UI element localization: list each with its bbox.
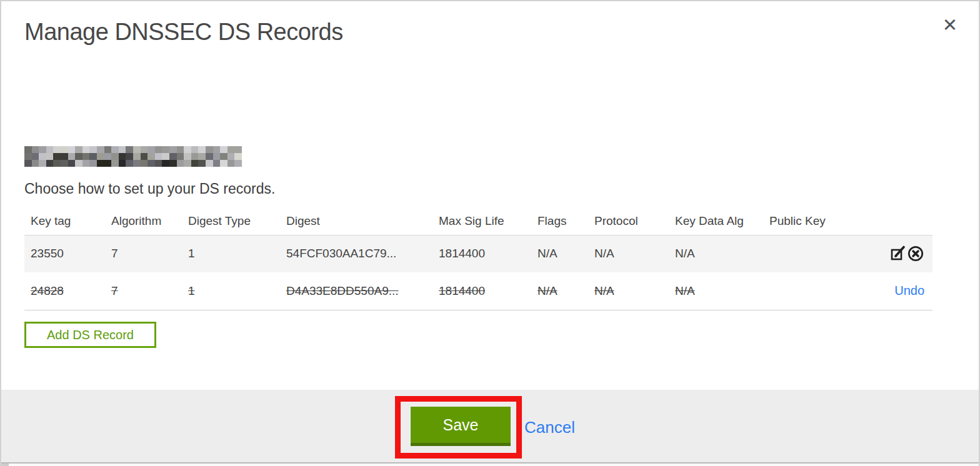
col-header-public-key: Public Key	[763, 207, 845, 235]
col-header-flags: Flags	[531, 207, 588, 235]
close-icon[interactable]: ✕	[938, 12, 962, 37]
cell-key-data-alg: N/A	[669, 272, 763, 310]
domain-name-redacted	[24, 146, 242, 167]
cell-protocol: N/A	[588, 272, 669, 310]
col-header-actions	[845, 207, 932, 235]
cell-key-tag: 23550	[24, 235, 105, 272]
delete-record-icon[interactable]	[907, 245, 924, 262]
col-header-max-sig-life: Max Sig Life	[432, 207, 531, 235]
cell-digest: 54FCF030AA1C79...	[280, 235, 432, 272]
table-header-row: Key tag Algorithm Digest Type Digest Max…	[24, 207, 932, 235]
col-header-digest: Digest	[280, 207, 432, 235]
col-header-key-tag: Key tag	[24, 207, 105, 235]
cell-algorithm: 7	[105, 272, 182, 310]
undo-link[interactable]: Undo	[894, 284, 924, 297]
col-header-digest-type: Digest Type	[182, 207, 280, 235]
ds-records-table: Key tag Algorithm Digest Type Digest Max…	[24, 207, 932, 310]
cell-flags: N/A	[531, 272, 588, 310]
cell-digest-type: 1	[182, 235, 280, 272]
cell-key-data-alg: N/A	[669, 235, 763, 272]
cell-digest-type: 1	[182, 272, 280, 310]
cell-protocol: N/A	[588, 235, 669, 272]
edit-record-icon[interactable]	[889, 245, 907, 262]
row-actions: Undo	[845, 272, 932, 310]
save-button[interactable]: Save	[411, 407, 511, 446]
cell-max-sig-life: 1814400	[432, 235, 531, 272]
cell-flags: N/A	[531, 235, 588, 272]
modal-bottom-edge	[1, 462, 979, 466]
cell-algorithm: 7	[105, 235, 182, 272]
cell-public-key	[763, 272, 845, 310]
dnssec-modal: Manage DNSSEC DS Records ✕ Choose how to…	[0, 0, 980, 466]
col-header-key-data-alg: Key Data Alg	[669, 207, 763, 235]
cell-digest: D4A33E8DD550A9...	[280, 272, 432, 310]
table-row-deleted: 24828 7 1 D4A33E8DD550A9... 1814400 N/A …	[24, 272, 932, 310]
cell-public-key	[763, 235, 845, 272]
col-header-protocol: Protocol	[588, 207, 669, 235]
col-header-algorithm: Algorithm	[105, 207, 182, 235]
row-actions	[845, 235, 932, 272]
cell-max-sig-life: 1814400	[432, 272, 531, 310]
page-title: Manage DNSSEC DS Records	[24, 19, 343, 46]
cell-key-tag: 24828	[24, 272, 105, 310]
add-ds-record-button[interactable]: Add DS Record	[24, 322, 156, 348]
cancel-link[interactable]: Cancel	[524, 418, 575, 437]
instruction-text: Choose how to set up your DS records.	[24, 181, 275, 197]
table-row: 23550 7 1 54FCF030AA1C79... 1814400 N/A …	[24, 235, 932, 272]
bottom-left-notch	[1, 464, 9, 466]
